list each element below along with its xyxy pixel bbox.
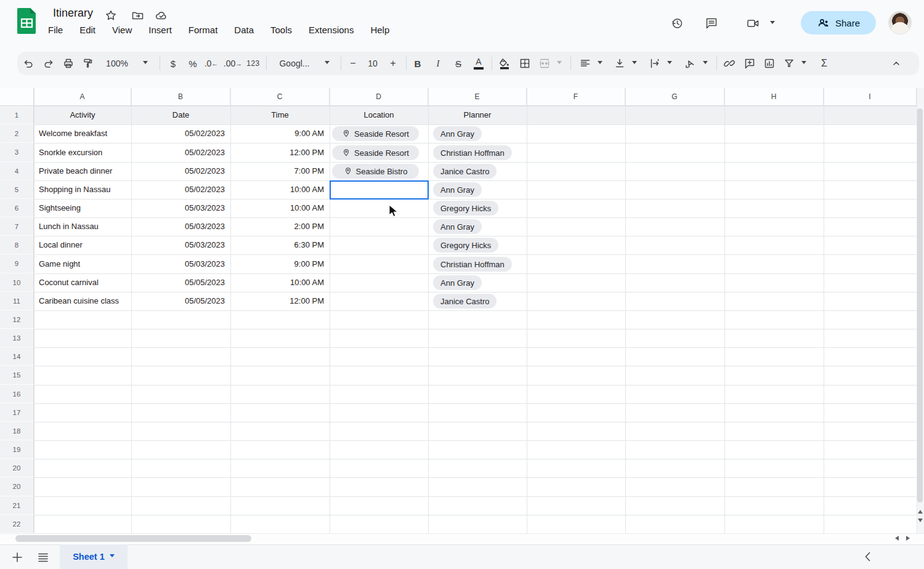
cell-date[interactable]: 05/03/2023 <box>131 236 230 254</box>
cloud-saved-icon[interactable] <box>154 9 169 22</box>
cell-activity[interactable]: Game night <box>34 254 131 273</box>
insert-link-icon[interactable] <box>719 54 739 73</box>
row-header-7[interactable]: 7 <box>0 217 34 236</box>
add-sheet-icon[interactable] <box>10 551 24 564</box>
planner-chip[interactable]: Gregory Hicks <box>433 201 498 216</box>
fill-color-icon[interactable] <box>495 54 514 73</box>
menu-help[interactable]: Help <box>370 25 389 35</box>
menu-file[interactable]: File <box>48 25 63 35</box>
all-sheets-icon[interactable] <box>36 551 50 564</box>
cell-time[interactable]: 6:30 PM <box>230 236 330 254</box>
location-chip[interactable]: Seaside Resort <box>332 126 419 141</box>
undo-icon[interactable] <box>18 54 38 73</box>
row-header-13[interactable]: 13 <box>0 329 34 347</box>
row-header-15[interactable]: 15 <box>0 366 34 385</box>
column-header-B[interactable]: B <box>131 88 230 106</box>
cell-activity[interactable]: Sightseeing <box>34 199 131 217</box>
borders-icon[interactable] <box>515 54 535 73</box>
menu-insert[interactable]: Insert <box>148 25 172 35</box>
zoom-caret[interactable] <box>143 61 148 67</box>
merge-cells-icon[interactable] <box>535 54 554 73</box>
column-header-F[interactable]: F <box>527 88 625 106</box>
cell-date[interactable]: 05/03/2023 <box>131 254 230 273</box>
menu-format[interactable]: Format <box>188 25 218 35</box>
text-color-button[interactable]: A <box>469 54 488 73</box>
row-header-20[interactable]: 20 <box>0 477 34 496</box>
row-header-17[interactable]: 17 <box>0 403 34 422</box>
vertical-align-icon[interactable] <box>610 54 630 73</box>
camera-dropdown-caret[interactable] <box>770 21 775 26</box>
header-cell-date[interactable]: Date <box>131 106 230 124</box>
italic-button[interactable]: I <box>437 54 440 73</box>
decrease-font-size-button[interactable]: − <box>350 54 355 73</box>
cell-activity[interactable]: Coconut carnival <box>34 273 131 292</box>
zoom-select[interactable]: 100% <box>106 54 128 73</box>
planner-chip[interactable]: Ann Gray <box>433 219 482 234</box>
planner-chip[interactable]: Ann Gray <box>433 182 482 197</box>
row-header-9[interactable]: 9 <box>0 254 34 273</box>
cell-activity[interactable]: Private beach dinner <box>34 162 131 180</box>
more-formats-button[interactable]: 123 <box>246 54 260 73</box>
strikethrough-button[interactable]: S <box>455 54 461 73</box>
move-folder-icon[interactable] <box>131 9 145 22</box>
increase-font-size-button[interactable]: + <box>390 54 395 73</box>
share-button[interactable]: Share <box>801 11 876 34</box>
collapse-toolbar-icon[interactable] <box>886 54 906 73</box>
redo-icon[interactable] <box>39 54 59 73</box>
increase-decimal-button[interactable]: .00→ <box>224 54 242 73</box>
row-header-5[interactable]: 5 <box>0 180 34 199</box>
row-header-18[interactable]: 18 <box>0 422 34 440</box>
cell-time[interactable]: 7:00 PM <box>230 162 330 180</box>
scroll-left-arrow[interactable] <box>893 536 899 541</box>
font-caret[interactable] <box>325 61 330 67</box>
row-header-6[interactable]: 6 <box>0 199 34 217</box>
version-history-icon[interactable] <box>670 16 684 31</box>
cell-date[interactable]: 05/05/2023 <box>131 273 230 292</box>
row-header-16[interactable]: 16 <box>0 385 34 403</box>
menu-data[interactable]: Data <box>234 25 254 35</box>
column-header-C[interactable]: C <box>230 88 330 106</box>
row-header-14[interactable]: 14 <box>0 347 34 366</box>
scroll-up-arrow[interactable] <box>918 507 923 514</box>
planner-chip[interactable]: Ann Gray <box>433 126 482 141</box>
select-all-corner[interactable] <box>0 88 34 106</box>
cell-time[interactable]: 2:00 PM <box>230 217 330 236</box>
menu-extensions[interactable]: Extensions <box>309 25 354 35</box>
sheets-logo-icon[interactable] <box>17 7 37 35</box>
cell-date[interactable]: 05/03/2023 <box>131 217 230 236</box>
decrease-decimal-button[interactable]: .0← <box>205 54 219 73</box>
cell-time[interactable]: 9:00 PM <box>230 254 330 273</box>
row-header-20[interactable]: 20 <box>0 459 34 477</box>
cell-date[interactable]: 05/02/2023 <box>131 180 230 199</box>
insert-chart-icon[interactable] <box>760 54 779 73</box>
cell-time[interactable]: 10:00 AM <box>230 273 330 292</box>
cell-activity[interactable]: Caribean cuisine class <box>34 292 131 310</box>
cell-activity[interactable]: Lunch in Nassau <box>34 217 131 236</box>
header-cell-time[interactable]: Time <box>230 106 330 124</box>
text-rotation-icon[interactable] <box>680 54 700 73</box>
row-header-21[interactable]: 21 <box>0 496 34 515</box>
planner-chip[interactable]: Janice Castro <box>433 294 496 309</box>
bold-button[interactable]: B <box>415 54 421 73</box>
cell-time[interactable]: 12:00 PM <box>230 143 330 162</box>
text-rotation-caret[interactable] <box>703 61 708 67</box>
location-chip[interactable]: Seaside Bistro <box>332 164 419 179</box>
vertical-align-caret[interactable] <box>632 61 637 67</box>
show-side-panel-icon[interactable] <box>861 550 875 563</box>
cell-activity[interactable]: Snorkle excursion <box>34 143 131 162</box>
sheet-tab-caret[interactable] <box>110 554 115 560</box>
user-avatar[interactable] <box>888 11 912 34</box>
column-header-I[interactable]: I <box>824 88 917 106</box>
cell-date[interactable]: 05/03/2023 <box>131 199 230 217</box>
scroll-right-arrow[interactable] <box>906 536 912 541</box>
sheet-tab-sheet1[interactable]: Sheet 1 <box>60 544 128 569</box>
cell-date[interactable]: 05/02/2023 <box>131 162 230 180</box>
selected-cell-D5[interactable] <box>330 180 429 200</box>
horizontal-align-icon[interactable] <box>575 54 595 73</box>
planner-chip[interactable]: Janice Castro <box>433 164 496 179</box>
document-title[interactable]: Itinerary <box>53 7 93 20</box>
header-cell-activity[interactable]: Activity <box>34 106 131 124</box>
meet-camera-icon[interactable] <box>745 16 761 31</box>
horizontal-scrollbar-thumb[interactable] <box>15 535 251 542</box>
row-header-3[interactable]: 3 <box>0 143 34 162</box>
